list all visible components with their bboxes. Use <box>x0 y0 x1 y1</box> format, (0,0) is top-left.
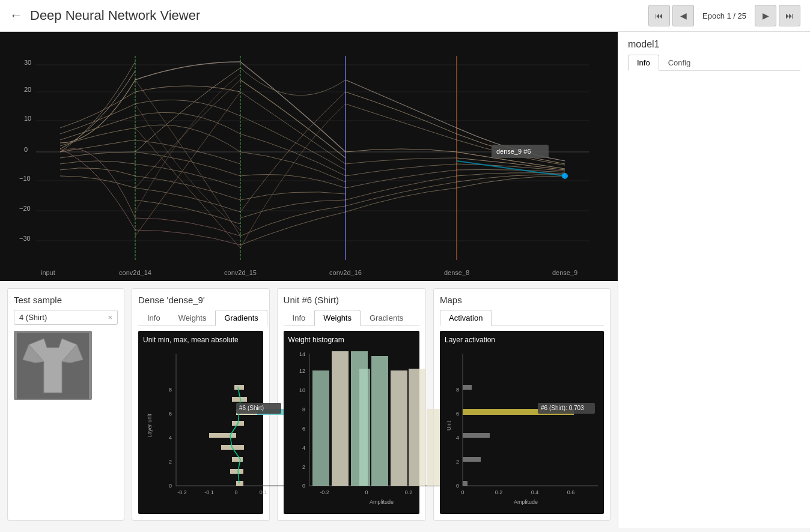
svg-text:−20: −20 <box>19 205 31 212</box>
svg-text:10: 10 <box>299 387 305 393</box>
svg-text:Layer unit: Layer unit <box>147 414 153 438</box>
layer-label-dense9: dense_9 <box>552 269 577 276</box>
svg-text:8: 8 <box>456 387 459 393</box>
svg-text:0: 0 <box>365 489 368 495</box>
dense-chart-title: Unit min, max, mean absolute <box>143 336 258 344</box>
back-button[interactable]: ← <box>10 8 23 23</box>
svg-rect-70 <box>409 369 425 486</box>
unit-panel: Unit #6 (Shirt) Info Weights Gradients W… <box>277 288 426 521</box>
dense-panel-title: Dense 'dense_9' <box>138 295 263 305</box>
svg-text:0.1: 0.1 <box>260 489 267 495</box>
svg-text:12: 12 <box>299 368 305 374</box>
main-content: 30 20 10 0 −10 −20 −30 <box>0 32 810 528</box>
maps-panel-title: Maps <box>440 295 604 305</box>
svg-text:30: 30 <box>24 59 31 66</box>
svg-rect-41 <box>209 433 236 438</box>
test-sample-title: Test sample <box>14 295 118 305</box>
svg-point-18 <box>562 173 568 179</box>
prev-epoch-button[interactable]: ◀ <box>672 5 694 26</box>
header: ← Deep Neural Network Viewer ⏮ ◀ Epoch 1… <box>0 0 810 32</box>
maps-tab-activation[interactable]: Activation <box>440 310 492 326</box>
svg-text:-0.2: -0.2 <box>177 489 187 495</box>
next-epoch-button[interactable]: ▶ <box>755 5 776 26</box>
svg-rect-38 <box>230 469 243 474</box>
svg-rect-87 <box>463 457 481 462</box>
page-title: Deep Neural Network Viewer <box>30 8 648 23</box>
svg-rect-65 <box>332 351 349 486</box>
svg-text:6: 6 <box>169 411 172 417</box>
unit-tab-weights[interactable]: Weights <box>314 310 361 326</box>
svg-text:Amplitude: Amplitude <box>370 499 394 505</box>
svg-rect-46 <box>234 385 244 390</box>
dense-tab-gradients[interactable]: Gradients <box>215 310 267 326</box>
svg-text:0: 0 <box>461 489 464 495</box>
unit-tab-info[interactable]: Info <box>284 310 315 325</box>
epoch-label: Epoch 1 / 25 <box>696 11 752 20</box>
unit-tab-gradients[interactable]: Gradients <box>361 310 412 325</box>
svg-text:8: 8 <box>302 407 305 413</box>
svg-text:0.6: 0.6 <box>567 489 575 495</box>
svg-rect-67 <box>359 369 370 486</box>
svg-text:8: 8 <box>169 387 172 393</box>
svg-text:0.2: 0.2 <box>495 489 503 495</box>
right-panel: model1 Info Config <box>618 32 810 528</box>
svg-rect-37 <box>236 481 243 486</box>
svg-text:Amplitude: Amplitude <box>514 499 538 505</box>
svg-text:−10: −10 <box>19 175 31 182</box>
svg-text:-0.1: -0.1 <box>204 489 214 495</box>
right-tab-config[interactable]: Config <box>659 55 700 70</box>
svg-rect-86 <box>463 481 467 486</box>
sample-close-icon[interactable]: × <box>108 313 112 322</box>
test-sample-panel: Test sample 4 (Shirt) × <box>7 288 124 521</box>
svg-rect-39 <box>232 457 243 462</box>
maps-panel: Maps Activation Layer activation 0 2 4 6 <box>433 288 611 521</box>
svg-rect-64 <box>312 370 329 486</box>
dense-tab-bar: Info Weights Gradients <box>138 310 263 326</box>
first-epoch-button[interactable]: ⏮ <box>648 5 670 26</box>
svg-text:-0.2: -0.2 <box>320 489 329 495</box>
maps-chart: Layer activation 0 2 4 6 8 Unit <box>440 331 604 514</box>
layer-label-conv14: conv2d_14 <box>119 269 151 276</box>
layer-label-conv16: conv2d_16 <box>329 269 362 276</box>
svg-text:0: 0 <box>302 483 305 489</box>
last-epoch-button[interactable]: ⏭ <box>779 5 800 26</box>
svg-text:6: 6 <box>456 411 459 417</box>
svg-text:10: 10 <box>24 115 31 122</box>
sample-value: 4 (Shirt) <box>19 313 47 322</box>
epoch-controls: ⏮ ◀ Epoch 1 / 25 ▶ ⏭ <box>648 5 800 26</box>
layer-label-input: input <box>41 269 55 276</box>
svg-text:2: 2 <box>169 459 172 465</box>
svg-text:−30: −30 <box>19 235 31 242</box>
dense-tab-info[interactable]: Info <box>138 310 169 325</box>
left-panel: 30 20 10 0 −10 −20 −30 <box>0 32 618 528</box>
dense-panel: Dense 'dense_9' Info Weights Gradients U… <box>132 288 270 521</box>
svg-text:0.4: 0.4 <box>531 489 539 495</box>
svg-rect-45 <box>232 397 247 402</box>
unit-panel-title: Unit #6 (Shirt) <box>284 295 419 305</box>
layer-label-conv15: conv2d_15 <box>224 269 257 276</box>
sample-image <box>14 331 92 400</box>
bottom-section: Test sample 4 (Shirt) × <box>0 281 618 528</box>
svg-text:6: 6 <box>302 426 305 432</box>
svg-text:20: 20 <box>24 86 31 93</box>
right-tab-info[interactable]: Info <box>628 55 659 71</box>
svg-rect-88 <box>463 433 490 438</box>
network-canvas[interactable]: 30 20 10 0 −10 −20 −30 <box>0 32 618 281</box>
svg-rect-69 <box>391 370 407 486</box>
layer-label-dense8: dense_8 <box>444 269 469 276</box>
svg-rect-68 <box>371 356 388 486</box>
svg-text:#6 (Shirt): 0.703: #6 (Shirt): 0.703 <box>541 405 584 411</box>
svg-text:2: 2 <box>302 464 305 470</box>
svg-rect-90 <box>463 385 472 390</box>
unit-chart-title: Weight histogram <box>288 336 415 344</box>
svg-text:4: 4 <box>302 445 305 451</box>
sample-selector[interactable]: 4 (Shirt) × <box>14 310 118 325</box>
unit-tab-bar: Info Weights Gradients <box>284 310 419 326</box>
svg-text:4: 4 <box>169 435 172 441</box>
model-name: model1 <box>628 39 800 50</box>
svg-text:Unit: Unit <box>446 421 452 431</box>
network-tooltip: dense_9 #6 <box>496 148 531 155</box>
svg-text:14: 14 <box>299 351 305 357</box>
dense-tab-weights[interactable]: Weights <box>169 310 216 325</box>
svg-text:0: 0 <box>234 489 237 495</box>
